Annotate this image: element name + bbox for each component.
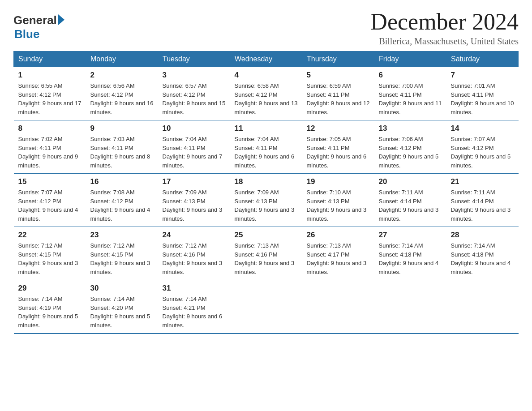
calendar-cell: 30Sunrise: 7:14 AMSunset: 4:20 PMDayligh… [86, 280, 158, 334]
day-number: 12 [307, 124, 370, 133]
week-row-1: 1Sunrise: 6:55 AMSunset: 4:12 PMDaylight… [14, 67, 519, 120]
day-info: Sunrise: 7:03 AMSunset: 4:11 PMDaylight:… [90, 135, 154, 170]
calendar-cell: 18Sunrise: 7:09 AMSunset: 4:13 PMDayligh… [230, 174, 302, 227]
day-info: Sunrise: 7:10 AMSunset: 4:13 PMDaylight:… [307, 188, 370, 223]
day-info: Sunrise: 6:57 AMSunset: 4:12 PMDaylight:… [163, 81, 226, 116]
week-row-4: 22Sunrise: 7:12 AMSunset: 4:15 PMDayligh… [14, 227, 519, 280]
day-number: 31 [163, 284, 226, 293]
day-info: Sunrise: 7:08 AMSunset: 4:12 PMDaylight:… [90, 188, 154, 223]
day-number: 25 [235, 231, 298, 240]
day-info: Sunrise: 6:55 AMSunset: 4:12 PMDaylight:… [18, 81, 82, 116]
calendar-table: SundayMondayTuesdayWednesdayThursdayFrid… [13, 51, 519, 334]
day-info: Sunrise: 7:01 AMSunset: 4:11 PMDaylight:… [451, 81, 514, 116]
title-block: December 2024 Billerica, Massachusetts, … [370, 9, 519, 47]
calendar-cell [230, 280, 302, 334]
day-info: Sunrise: 7:11 AMSunset: 4:14 PMDaylight:… [451, 188, 514, 223]
day-info: Sunrise: 7:12 AMSunset: 4:15 PMDaylight:… [90, 241, 154, 276]
day-number: 7 [451, 71, 514, 80]
day-number: 13 [379, 124, 442, 133]
day-number: 5 [307, 71, 370, 80]
day-number: 27 [379, 231, 442, 240]
day-info: Sunrise: 6:56 AMSunset: 4:12 PMDaylight:… [90, 81, 154, 116]
day-info: Sunrise: 7:07 AMSunset: 4:12 PMDaylight:… [18, 188, 82, 223]
day-info: Sunrise: 7:14 AMSunset: 4:18 PMDaylight:… [451, 241, 514, 276]
day-number: 29 [18, 284, 82, 293]
weekday-sunday: Sunday [14, 51, 86, 67]
logo-general-text: General [13, 13, 57, 27]
day-info: Sunrise: 7:09 AMSunset: 4:13 PMDaylight:… [163, 188, 226, 223]
weekday-monday: Monday [86, 51, 158, 67]
day-info: Sunrise: 7:06 AMSunset: 4:12 PMDaylight:… [379, 135, 442, 170]
day-info: Sunrise: 6:58 AMSunset: 4:12 PMDaylight:… [235, 81, 298, 116]
calendar-subtitle: Billerica, Massachusetts, United States [370, 36, 519, 47]
calendar-cell: 20Sunrise: 7:11 AMSunset: 4:14 PMDayligh… [374, 174, 446, 227]
day-number: 24 [163, 231, 226, 240]
day-info: Sunrise: 7:14 AMSunset: 4:20 PMDaylight:… [90, 295, 154, 330]
calendar-cell: 10Sunrise: 7:04 AMSunset: 4:11 PMDayligh… [158, 120, 230, 174]
day-number: 8 [18, 124, 82, 133]
day-info: Sunrise: 7:00 AMSunset: 4:11 PMDaylight:… [379, 81, 442, 116]
calendar-cell: 13Sunrise: 7:06 AMSunset: 4:12 PMDayligh… [374, 120, 446, 174]
calendar-cell: 27Sunrise: 7:14 AMSunset: 4:18 PMDayligh… [374, 227, 446, 280]
calendar-cell: 11Sunrise: 7:04 AMSunset: 4:11 PMDayligh… [230, 120, 302, 174]
calendar-cell: 21Sunrise: 7:11 AMSunset: 4:14 PMDayligh… [446, 174, 519, 227]
calendar-cell: 7Sunrise: 7:01 AMSunset: 4:11 PMDaylight… [446, 67, 519, 120]
day-number: 10 [163, 124, 226, 133]
day-info: Sunrise: 7:02 AMSunset: 4:11 PMDaylight:… [18, 135, 82, 170]
day-number: 4 [235, 71, 298, 80]
calendar-cell: 17Sunrise: 7:09 AMSunset: 4:13 PMDayligh… [158, 174, 230, 227]
day-number: 3 [163, 71, 226, 80]
day-number: 16 [90, 177, 154, 186]
day-info: Sunrise: 7:12 AMSunset: 4:16 PMDaylight:… [163, 241, 226, 276]
day-number: 19 [307, 177, 370, 186]
calendar-cell: 12Sunrise: 7:05 AMSunset: 4:11 PMDayligh… [302, 120, 374, 174]
week-row-5: 29Sunrise: 7:14 AMSunset: 4:19 PMDayligh… [14, 280, 519, 334]
day-number: 30 [90, 284, 154, 293]
calendar-header: SundayMondayTuesdayWednesdayThursdayFrid… [14, 51, 519, 67]
calendar-cell: 25Sunrise: 7:13 AMSunset: 4:16 PMDayligh… [230, 227, 302, 280]
calendar-cell: 19Sunrise: 7:10 AMSunset: 4:13 PMDayligh… [302, 174, 374, 227]
calendar-cell: 28Sunrise: 7:14 AMSunset: 4:18 PMDayligh… [446, 227, 519, 280]
day-number: 23 [90, 231, 154, 240]
day-number: 2 [90, 71, 154, 80]
day-info: Sunrise: 7:13 AMSunset: 4:17 PMDaylight:… [307, 241, 370, 276]
calendar-cell: 23Sunrise: 7:12 AMSunset: 4:15 PMDayligh… [86, 227, 158, 280]
day-info: Sunrise: 7:09 AMSunset: 4:13 PMDaylight:… [235, 188, 298, 223]
weekday-tuesday: Tuesday [158, 51, 230, 67]
day-number: 11 [235, 124, 298, 133]
weekday-header-row: SundayMondayTuesdayWednesdayThursdayFrid… [14, 51, 519, 67]
logo-blue-text: Blue [14, 27, 39, 41]
day-number: 21 [451, 177, 514, 186]
calendar-cell: 9Sunrise: 7:03 AMSunset: 4:11 PMDaylight… [86, 120, 158, 174]
calendar-cell: 14Sunrise: 7:07 AMSunset: 4:12 PMDayligh… [446, 120, 519, 174]
calendar-cell [374, 280, 446, 334]
week-row-2: 8Sunrise: 7:02 AMSunset: 4:11 PMDaylight… [14, 120, 519, 174]
day-number: 22 [18, 231, 82, 240]
day-number: 18 [235, 177, 298, 186]
weekday-friday: Friday [374, 51, 446, 67]
day-info: Sunrise: 7:14 AMSunset: 4:18 PMDaylight:… [379, 241, 442, 276]
day-info: Sunrise: 6:59 AMSunset: 4:11 PMDaylight:… [307, 81, 370, 116]
day-number: 20 [379, 177, 442, 186]
day-info: Sunrise: 7:13 AMSunset: 4:16 PMDaylight:… [235, 241, 298, 276]
day-info: Sunrise: 7:14 AMSunset: 4:19 PMDaylight:… [18, 295, 82, 330]
day-number: 17 [163, 177, 226, 186]
calendar-title: December 2024 [370, 9, 519, 34]
calendar-cell: 3Sunrise: 6:57 AMSunset: 4:12 PMDaylight… [158, 67, 230, 120]
day-info: Sunrise: 7:12 AMSunset: 4:15 PMDaylight:… [18, 241, 82, 276]
calendar-cell: 1Sunrise: 6:55 AMSunset: 4:12 PMDaylight… [14, 67, 86, 120]
calendar-cell: 8Sunrise: 7:02 AMSunset: 4:11 PMDaylight… [14, 120, 86, 174]
calendar-cell: 2Sunrise: 6:56 AMSunset: 4:12 PMDaylight… [86, 67, 158, 120]
page-header: General Blue December 2024 Billerica, Ma… [13, 9, 519, 47]
day-info: Sunrise: 7:04 AMSunset: 4:11 PMDaylight:… [163, 135, 226, 170]
logo: General Blue [13, 13, 64, 41]
calendar-cell: 6Sunrise: 7:00 AMSunset: 4:11 PMDaylight… [374, 67, 446, 120]
day-number: 26 [307, 231, 370, 240]
calendar-cell [302, 280, 374, 334]
day-number: 9 [90, 124, 154, 133]
day-info: Sunrise: 7:07 AMSunset: 4:12 PMDaylight:… [451, 135, 514, 170]
weekday-saturday: Saturday [446, 51, 519, 67]
calendar-cell [446, 280, 519, 334]
day-info: Sunrise: 7:05 AMSunset: 4:11 PMDaylight:… [307, 135, 370, 170]
calendar-cell: 22Sunrise: 7:12 AMSunset: 4:15 PMDayligh… [14, 227, 86, 280]
